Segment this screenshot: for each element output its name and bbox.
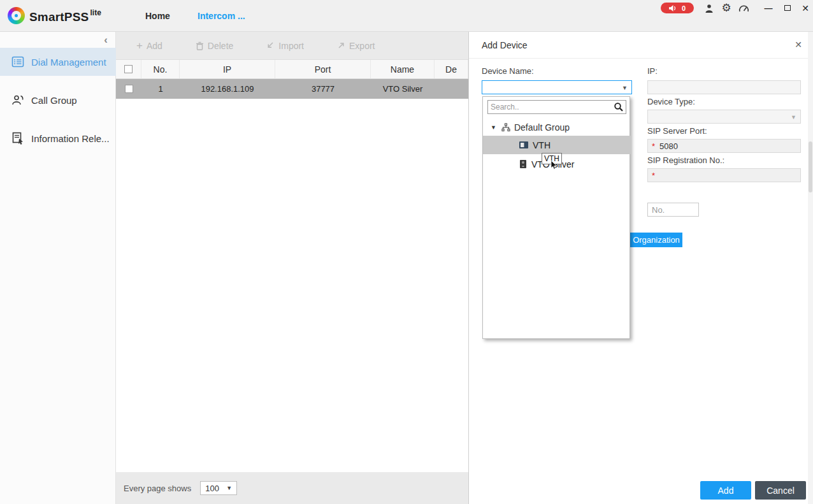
vth-device-icon [519,140,529,150]
performance-gauge-icon[interactable] [738,4,749,14]
ip-label: IP: [647,66,658,76]
page-size-value: 100 [205,484,219,493]
chevron-down-icon: ▼ [226,485,232,491]
sidebar-item-dial-management[interactable]: Dial Management [0,48,116,76]
tree-group-label: Default Group [514,122,570,133]
tree-item-vth[interactable]: VTH [483,136,631,154]
device-name-label: Device Name: [482,66,534,76]
app-name: SmartPSS [29,10,89,24]
sip-registration-input[interactable] [647,168,801,182]
header-name: Name [371,60,435,78]
add-device-toolbar-button[interactable]: + Add [136,41,162,51]
no-input[interactable] [647,203,699,217]
information-release-icon [11,131,25,145]
alarm-badge[interactable]: 0 [661,3,694,13]
organization-tree-icon [501,123,510,132]
mouse-cursor-icon [550,161,558,170]
window-minimize-button[interactable]: — [762,2,775,15]
header-device-type: De [435,60,468,78]
sidebar-item-label: Information Rele... [31,133,110,144]
delete-label: Delete [208,41,233,51]
tree-group-default[interactable]: ▼ Default Group [483,119,631,136]
panel-header: Add Device ✕ [469,32,813,59]
sip-server-port-label: SIP Server Port: [647,126,707,136]
header-port: Port [275,60,371,78]
chevron-down-icon: ▼ [791,114,796,120]
row-device-type [435,79,468,99]
select-all-checkbox[interactable] [124,65,133,73]
export-icon [337,41,345,50]
row-port: 37777 [275,79,371,99]
device-table-header: No. IP Port Name De [116,59,468,79]
header-no: No. [141,60,180,78]
close-icon[interactable]: ✕ [795,40,802,50]
window-close-button[interactable]: ✕ [799,2,812,15]
export-label: Export [349,41,375,51]
device-type-label: Device Type: [647,97,695,106]
dropdown-search-box[interactable] [487,100,626,114]
panel-title: Add Device [482,40,528,50]
tree-expand-icon[interactable]: ▼ [491,124,496,131]
device-name-dropdown: ▼ Default Group VTH [482,96,630,339]
sidebar-item-label: Call Group [31,95,77,106]
trash-icon [196,41,204,50]
sip-registration-label: SIP Registration No.: [647,155,724,165]
device-toolbar: + Add Delete Import [116,32,468,59]
device-list-area: + Add Delete Import [116,32,468,504]
required-marker: * [652,171,655,180]
titlebar: SmartPSSlite Home Intercom ... 0 ⚙ — [0,0,813,32]
row-no: 1 [141,79,180,99]
sidebar: ‹ Dial Management Call Group [0,32,116,504]
page-size-label: Every page shows [124,484,191,493]
row-checkbox[interactable] [125,85,133,93]
search-icon [614,102,624,112]
import-icon [266,41,275,50]
device-type-select[interactable]: ▼ [647,110,801,124]
table-body-empty [116,99,468,472]
page-size-select[interactable]: 100 ▼ [200,481,237,495]
import-label: Import [278,41,304,51]
sidebar-item-information-release[interactable]: Information Rele... [0,124,116,152]
row-checkbox-cell [116,79,141,99]
add-button[interactable]: Add [700,481,751,500]
row-ip: 192.168.1.109 [180,79,275,99]
dropdown-search-input[interactable] [491,101,608,113]
chevron-down-icon: ▼ [622,85,628,91]
app-logo-icon [8,7,25,24]
row-name: VTO Silver [371,79,435,99]
sip-server-port-input[interactable] [647,139,801,153]
device-name-combobox[interactable]: ▼ [482,80,632,94]
add-label: Add [147,41,162,51]
required-marker: * [652,141,655,151]
tab-home[interactable]: Home [145,11,170,21]
call-group-icon [11,93,25,107]
dial-management-icon [11,55,25,69]
table-row[interactable]: 1 192.168.1.109 37777 VTO Silver [116,79,468,99]
tab-intercom[interactable]: Intercom ... [198,11,245,21]
pagination-bar: Every page shows 100 ▼ [116,472,468,504]
import-button[interactable]: Import [266,41,304,51]
header-ip: IP [180,60,275,78]
ip-input[interactable] [647,80,801,94]
export-button[interactable]: Export [337,41,375,51]
vto-device-icon [519,159,528,169]
user-icon[interactable] [703,4,715,14]
window-maximize-button[interactable] [781,2,794,15]
sidebar-item-call-group[interactable]: Call Group [0,86,116,114]
cancel-button[interactable]: Cancel [755,481,806,500]
tree-item-label: VTH [533,140,550,150]
smartpss-window: SmartPSSlite Home Intercom ... 0 ⚙ — [0,0,813,504]
panel-scrollbar[interactable] [808,32,813,504]
app-title: SmartPSSlite [29,8,101,24]
sidebar-item-label: Dial Management [31,57,106,68]
add-device-panel: Add Device ✕ Device Name: ▼ ▼ [468,32,813,504]
speaker-icon [669,4,677,12]
alarm-count: 0 [682,4,686,12]
sidebar-collapse-icon[interactable]: ‹ [104,34,108,47]
organization-button[interactable]: Organization [630,233,682,247]
app-name-suffix: lite [90,8,101,17]
plus-icon: + [136,41,143,50]
delete-device-button[interactable]: Delete [196,41,233,51]
settings-gear-icon[interactable]: ⚙ [721,2,732,12]
header-checkbox-cell [116,60,141,78]
